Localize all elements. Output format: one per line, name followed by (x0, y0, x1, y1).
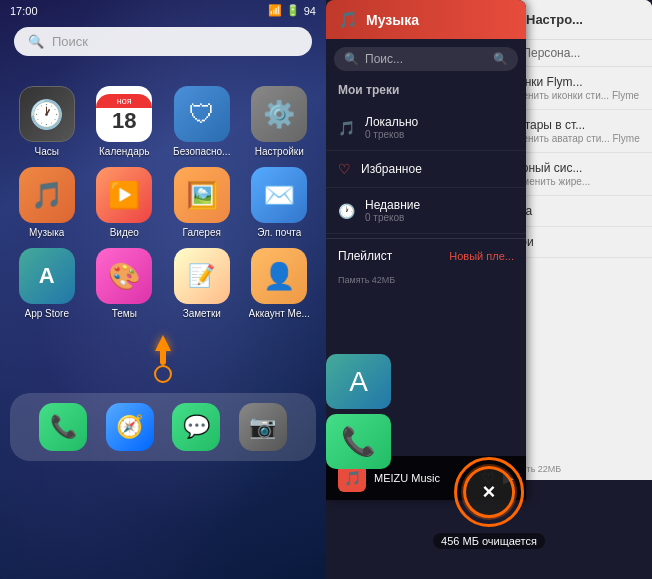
battery-level: 94 (304, 5, 316, 17)
settings-icon: ⚙️ (251, 86, 307, 142)
favorites-info: Избранное (361, 162, 422, 176)
search-icon: 🔍 (28, 34, 44, 49)
recent-sub: 0 треков (365, 212, 420, 223)
app-settings[interactable]: ⚙️ Настройки (243, 86, 317, 157)
music-search-extra: 🔍 (493, 52, 508, 66)
gallery-icon: 🖼️ (174, 167, 230, 223)
arrow-circle (154, 365, 172, 383)
notes-label: Заметки (183, 308, 221, 319)
recent-label: Недавние (365, 198, 420, 212)
themes-label: Темы (112, 308, 137, 319)
app-gallery[interactable]: 🖼️ Галерея (165, 167, 239, 238)
playlist-label: Плейлист (338, 249, 392, 263)
app-clock[interactable]: 🕐 Часы (10, 86, 84, 157)
music-memory: Память 42МБ (326, 273, 526, 287)
search-bar[interactable]: 🔍 Поиск (14, 27, 312, 56)
video-label: Видео (110, 227, 139, 238)
new-playlist-label: Новый пле... (449, 250, 514, 262)
security-icon: 🛡 (174, 86, 230, 142)
favorites-label: Избранное (361, 162, 422, 176)
time-display: 17:00 (10, 5, 38, 17)
gallery-label: Галерея (183, 227, 221, 238)
app-security[interactable]: 🛡 Безопасно... (165, 86, 239, 157)
video-icon: ▶️ (96, 167, 152, 223)
home-screen: 17:00 📶 🔋 94 🔍 Поиск 🕐 Часы ноя 18 Кален… (0, 0, 326, 579)
settings-title: Настро... (526, 12, 583, 27)
music-header: 🎵 Музыка (326, 0, 526, 39)
music-tab-local[interactable]: 🎵 Локально 0 треков (326, 105, 526, 151)
apps-grid: 🕐 Часы ноя 18 Календарь 🛡 Безопасно... ⚙… (0, 76, 326, 329)
status-icons: 📶 🔋 94 (268, 4, 316, 17)
clear-button-container: × 456 МБ очищается (433, 457, 545, 549)
app-appstore[interactable]: A App Store (10, 248, 84, 319)
clear-button-ring: × (454, 457, 524, 527)
local-sub: 0 треков (365, 129, 418, 140)
dock-camera[interactable]: 📷 (239, 403, 287, 451)
phone-dock-icon: 📞 (39, 403, 87, 451)
cal-number: 18 (112, 108, 136, 134)
wifi-icon: 📶 (268, 4, 282, 17)
close-x-icon: × (483, 481, 496, 503)
music-tab-favorites[interactable]: ♡ Избранное (326, 151, 526, 188)
battery-icon: 🔋 (286, 4, 300, 17)
calendar-icon: ноя 18 (96, 86, 152, 142)
dock: 📞 🧭 💬 📷 (10, 393, 316, 461)
music-search-bar[interactable]: 🔍 Поис... 🔍 (334, 47, 518, 71)
favorites-icon: ♡ (338, 161, 351, 177)
local-info: Локально 0 треков (365, 115, 418, 140)
music-search-icon: 🔍 (344, 52, 359, 66)
dock-safari[interactable]: 🧭 (106, 403, 154, 451)
app-video[interactable]: ▶️ Видео (88, 167, 162, 238)
music-search-placeholder: Поис... (365, 52, 403, 66)
clock-icon: 🕐 (19, 86, 75, 142)
phone-thumbnail[interactable]: 📞 (326, 414, 391, 469)
appstore-icon: A (19, 248, 75, 304)
recent-info: Недавние 0 треков (365, 198, 420, 223)
security-label: Безопасно... (173, 146, 230, 157)
cal-header: ноя (96, 94, 152, 108)
app-notes[interactable]: 📝 Заметки (165, 248, 239, 319)
themes-icon: 🎨 (96, 248, 152, 304)
safari-dock-icon: 🧭 (106, 403, 154, 451)
music-playlist-bar[interactable]: Плейлист Новый пле... (326, 238, 526, 273)
music-section-title: Мои треки (326, 79, 526, 101)
music-label: Музыка (29, 227, 64, 238)
clock-label: Часы (35, 146, 59, 157)
swipe-up-arrow (0, 335, 326, 383)
app-themes[interactable]: 🎨 Темы (88, 248, 162, 319)
account-label: Аккаунт Ме... (249, 308, 310, 319)
music-icon: 🎵 (19, 167, 75, 223)
app-mail[interactable]: ✉️ Эл. почта (243, 167, 317, 238)
status-bar: 17:00 📶 🔋 94 (0, 0, 326, 21)
app-account[interactable]: 👤 Аккаунт Ме... (243, 248, 317, 319)
clear-button[interactable]: × (463, 466, 515, 518)
mail-icon: ✉️ (251, 167, 307, 223)
settings-label: Настройки (255, 146, 304, 157)
account-icon: 👤 (251, 248, 307, 304)
clear-text-label: 456 МБ очищается (433, 533, 545, 549)
app-calendar[interactable]: ноя 18 Календарь (88, 86, 162, 157)
search-placeholder: Поиск (52, 34, 88, 49)
calendar-label: Календарь (99, 146, 149, 157)
music-title: Музыка (366, 12, 419, 28)
dock-messages[interactable]: 💬 (172, 403, 220, 451)
arrow-up-icon (155, 335, 171, 351)
mail-label: Эл. почта (257, 227, 301, 238)
notes-icon: 📝 (174, 248, 230, 304)
music-tab-recent[interactable]: 🕐 Недавние 0 треков (326, 188, 526, 234)
dock-phone[interactable]: 📞 (39, 403, 87, 451)
camera-dock-icon: 📷 (239, 403, 287, 451)
app-music[interactable]: 🎵 Музыка (10, 167, 84, 238)
app-switcher: 🎵 Музыка 🔍 Поис... 🔍 Мои треки 🎵 Локальн… (326, 0, 652, 579)
music-tabs: 🎵 Локально 0 треков ♡ Избранное 🕐 Недавн… (326, 101, 526, 238)
messages-dock-icon: 💬 (172, 403, 220, 451)
local-label: Локально (365, 115, 418, 129)
recent-icon: 🕐 (338, 203, 355, 219)
appstore-label: App Store (25, 308, 69, 319)
local-icon: 🎵 (338, 120, 355, 136)
status-time: 17:00 (10, 5, 38, 17)
music-search-area: 🔍 Поис... 🔍 (326, 39, 526, 79)
arrow-stem (160, 351, 166, 365)
appstore-thumbnail[interactable]: A (326, 354, 391, 409)
